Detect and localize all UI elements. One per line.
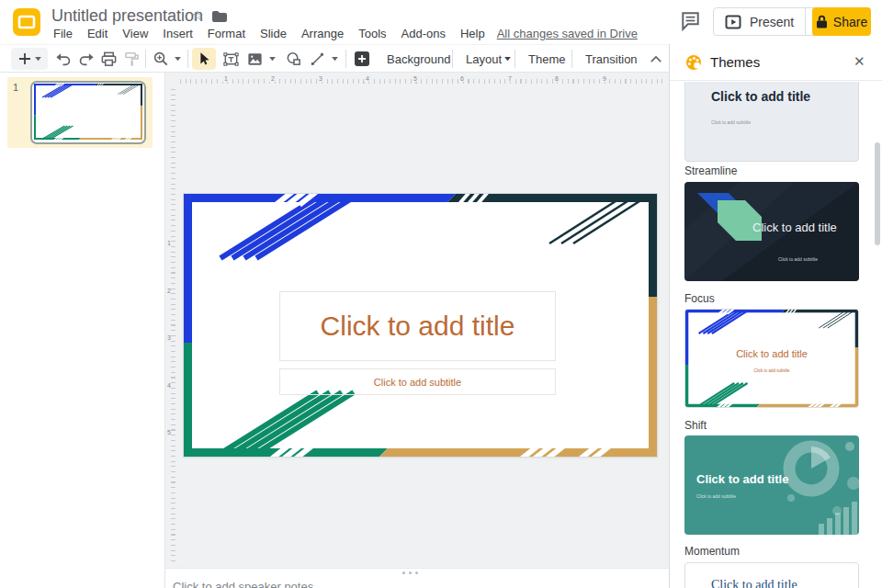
toolbar-divider	[145, 50, 146, 68]
slide-canvas-area: 1 2 3 4 5 6 7 8 9 1 2 3 4 5 Click to add…	[165, 73, 669, 568]
select-tool-button[interactable]	[192, 48, 216, 70]
theme-thumb-subtitle: Click to add subtitle	[711, 120, 751, 126]
filmstrip-slide-1[interactable]: 1	[7, 77, 153, 148]
layout-button[interactable]: Layout	[458, 48, 517, 70]
ruler-number: 9	[601, 75, 608, 82]
collapse-toolbar-button[interactable]	[645, 48, 667, 70]
insert-placeholder-button[interactable]	[351, 48, 373, 70]
chevron-down-icon	[35, 57, 41, 62]
horizontal-ruler	[180, 79, 665, 84]
menu-arrange[interactable]: Arrange	[294, 27, 351, 40]
toolbar-divider	[571, 50, 572, 68]
theme-card-momentum[interactable]: Click to add title Click to add subtitle	[684, 435, 859, 535]
slide-1-thumbnail[interactable]	[30, 81, 146, 144]
redo-icon	[78, 51, 96, 68]
chevron-down-icon	[332, 57, 338, 62]
chevron-down-icon	[175, 57, 181, 62]
share-button[interactable]: Share	[812, 7, 871, 36]
share-label: Share	[833, 15, 867, 29]
ruler-number: 5	[167, 428, 171, 436]
menu-insert[interactable]: Insert	[155, 27, 200, 40]
menu-tools[interactable]: Tools	[351, 27, 393, 40]
toolbar-divider	[452, 50, 453, 68]
theme-card-focus[interactable]: Click to add title Click to add subtitle	[684, 182, 859, 281]
folder-icon[interactable]	[211, 10, 227, 24]
ruler-number: 5	[412, 75, 419, 82]
theme-card-partial[interactable]: Click to add title	[684, 562, 859, 588]
menu-slide[interactable]: Slide	[253, 27, 294, 40]
save-status-link[interactable]: All changes saved in Drive	[497, 27, 638, 40]
paint-roller-icon	[123, 51, 141, 68]
toolbar-divider	[514, 50, 515, 68]
printer-icon	[100, 51, 118, 68]
subtitle-placeholder[interactable]: Click to add subtitle	[279, 368, 556, 395]
title-placeholder[interactable]: Click to add title	[279, 291, 556, 361]
theme-thumb-title: Click to add title	[685, 348, 858, 359]
lock-icon	[816, 15, 828, 28]
ruler-number: 2	[269, 75, 277, 82]
paint-format-button[interactable]	[120, 48, 142, 70]
ruler-number: 2	[167, 287, 171, 295]
image-dropdown-button[interactable]	[266, 48, 278, 70]
theme-card-streamline[interactable]: Click to add title Click to add subtitle	[684, 82, 861, 164]
document-title[interactable]: Untitled presentation	[51, 6, 203, 26]
theme-thumb-title: Click to add title	[752, 220, 837, 234]
new-slide-button[interactable]	[11, 48, 48, 70]
menu-addons[interactable]: Add-ons	[394, 27, 453, 40]
ruler-number: 1	[167, 239, 171, 247]
comments-button[interactable]	[680, 10, 701, 31]
close-icon[interactable]: ✕	[854, 53, 865, 70]
present-play-icon	[725, 14, 741, 30]
insert-shape-button[interactable]	[282, 48, 304, 70]
print-button[interactable]	[97, 48, 119, 70]
undo-button[interactable]	[51, 48, 74, 70]
notes-resize-handle[interactable]	[402, 571, 418, 574]
shape-icon	[285, 51, 302, 68]
present-main[interactable]: Present	[714, 8, 805, 35]
themes-panel-header: Themes ✕	[670, 44, 882, 81]
speaker-notes-placeholder[interactable]: Click to add speaker notes	[173, 580, 313, 588]
line-tool-icon	[309, 51, 326, 68]
toolbar-divider	[187, 50, 188, 68]
present-button[interactable]: Present	[713, 7, 828, 36]
slide-editing-surface[interactable]: Click to add title Click to add subtitle	[184, 194, 657, 457]
transition-button[interactable]: Transition	[577, 48, 646, 70]
zoom-dropdown-button[interactable]	[171, 48, 184, 70]
themes-panel: Themes ✕ Click to add title Click to add…	[669, 44, 882, 588]
slide-number: 1	[13, 82, 18, 93]
slide-filmstrip: 1	[0, 73, 165, 588]
menu-file[interactable]: File	[46, 27, 80, 40]
background-button[interactable]: Background	[379, 48, 458, 70]
insert-line-button[interactable]	[306, 48, 328, 70]
layout-label: Layout	[458, 52, 504, 66]
zoom-button[interactable]	[150, 48, 172, 70]
redo-button[interactable]	[75, 48, 97, 70]
menu-view[interactable]: View	[115, 27, 155, 40]
menu-bar: File Edit View Insert Format Slide Arran…	[46, 24, 638, 42]
text-box-icon	[222, 51, 240, 68]
menu-format[interactable]: Format	[200, 27, 253, 40]
notes-resize-bar[interactable]	[165, 568, 669, 577]
slides-logo-icon[interactable]	[12, 7, 41, 37]
menu-edit[interactable]: Edit	[80, 27, 115, 40]
menu-help[interactable]: Help	[453, 27, 492, 40]
line-dropdown-button[interactable]	[328, 48, 341, 70]
speaker-notes[interactable]: Click to add speaker notes	[165, 577, 669, 588]
present-label: Present	[750, 15, 794, 29]
text-box-button[interactable]	[220, 48, 242, 70]
insert-image-button[interactable]	[243, 48, 266, 70]
theme-button[interactable]: Theme	[520, 48, 573, 70]
panel-scrollbar[interactable]	[875, 142, 880, 245]
placeholder-plus-icon	[354, 51, 370, 67]
ruler-number: 7	[506, 75, 514, 82]
chevron-up-icon	[650, 55, 662, 63]
theme-card-shift[interactable]: Click to add title Click to add subtitle	[684, 309, 859, 408]
chevron-down-icon	[504, 57, 511, 62]
theme-thumb-title: Click to add title	[711, 89, 810, 104]
google-slides-app: Untitled presentation ☆ File Edit View I…	[0, 0, 882, 588]
cursor-arrow-icon	[196, 51, 212, 67]
star-icon[interactable]: ☆	[191, 7, 203, 24]
zoom-magnifier-icon	[153, 51, 170, 68]
palette-icon	[684, 53, 703, 72]
toolbar: Background Layout Theme Transition	[0, 44, 669, 73]
